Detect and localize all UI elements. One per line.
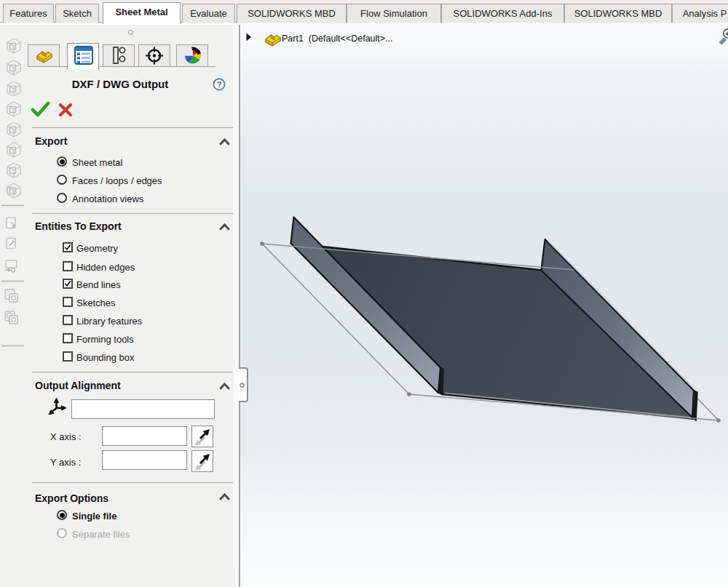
svg-text:Part1 (Default<<Default>...: Part1 (Default<<Default>...: [282, 33, 393, 44]
svg-text:?: ?: [217, 80, 222, 89]
